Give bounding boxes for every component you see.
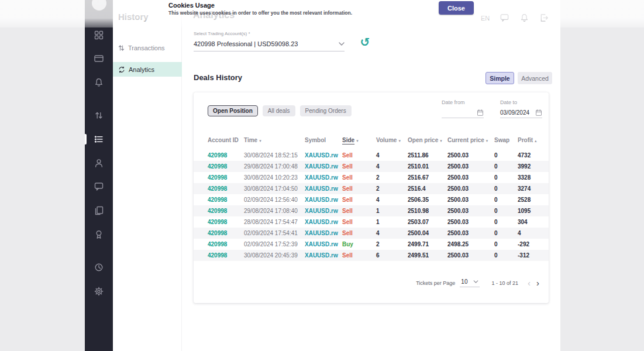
filter-tab-pending-orders[interactable]: Pending Orders (300, 105, 352, 116)
column-header-profit[interactable]: Profit▴ (518, 130, 549, 150)
time-clock-icon[interactable] (85, 260, 113, 274)
cell-profit: 1095 (518, 205, 549, 216)
partnership-badge-icon[interactable] (85, 228, 113, 242)
cookie-banner-title: Cookies Usage (168, 2, 215, 9)
deal-row[interactable]: 42099830/08/2024 17:04:50XAUUSD.rwSell22… (194, 183, 549, 194)
simple-mode-button[interactable]: Simple (485, 72, 514, 84)
cell-profit: 2528 (518, 194, 549, 205)
cell-current-price: 2500.03 (447, 228, 494, 239)
advanced-mode-button[interactable]: Advanced (518, 72, 552, 84)
cell-volume: 4 (376, 194, 408, 205)
filter-tab-open-position[interactable]: Open Position (208, 105, 258, 116)
chevron-down-icon (339, 42, 345, 46)
page-range: 1 - 10 of 21 (491, 280, 518, 286)
settings-gear-icon[interactable] (85, 284, 113, 298)
per-page-value: 10 (461, 278, 467, 285)
column-header-volume[interactable]: Volume▾ (376, 130, 408, 150)
notifications-bell-icon[interactable] (85, 75, 113, 90)
cell-side: Sell (342, 150, 376, 161)
column-header-symbol[interactable]: Symbol (305, 130, 342, 150)
per-page-label: Tickets per Page (416, 280, 455, 286)
cell-profit: 4732 (518, 150, 549, 161)
documents-icon[interactable] (85, 204, 113, 218)
deal-row[interactable]: 42099830/08/2024 10:20:23XAUUSD.rwSell22… (194, 172, 549, 183)
cell-open-price: 2506.35 (408, 194, 447, 205)
cell-profit: 3274 (518, 183, 549, 194)
cell-open-price: 2510.01 (408, 161, 447, 172)
cell-symbol: XAUUSD.rw (305, 161, 342, 172)
next-page-button[interactable]: › (536, 278, 539, 287)
date-to-field[interactable]: Date to 03/09/2024 (500, 99, 542, 118)
cell-side: Sell (342, 161, 376, 172)
cell-account-id: 420998 (194, 228, 244, 239)
column-header-account-id[interactable]: Account ID (194, 130, 244, 150)
cell-side: Sell (342, 250, 376, 261)
sort-up-icon: ▴ (535, 139, 537, 143)
history-list-icon[interactable] (85, 132, 113, 146)
cookie-close-button[interactable]: Close (439, 1, 474, 15)
date-from-label: Date from (442, 99, 484, 105)
column-header-time[interactable]: Time▾ (244, 130, 305, 150)
accounts-card-icon[interactable] (85, 51, 113, 66)
deal-row[interactable]: 42099830/08/2024 20:45:39XAUUSD.rwSell62… (194, 250, 549, 261)
cell-time: 28/08/2024 17:54:47 (244, 216, 305, 228)
app-window: History Transactions Analytics EN Analyt… (0, 0, 644, 351)
chat-icon[interactable] (85, 180, 113, 194)
column-header-side[interactable]: Side▾ (342, 130, 376, 150)
deal-row[interactable]: 42099802/09/2024 17:54:41XAUUSD.rwSell42… (194, 228, 549, 239)
deal-row[interactable]: 42099830/08/2024 18:52:15XAUUSD.rwSell42… (194, 150, 549, 161)
dashboard-icon[interactable] (85, 28, 113, 42)
column-header-open-price[interactable]: Open price▾ (408, 130, 447, 150)
calendar-icon[interactable] (535, 109, 542, 116)
cell-symbol: XAUUSD.rw (305, 205, 342, 216)
profile-icon[interactable] (85, 156, 113, 170)
cell-swap: 0 (494, 183, 518, 194)
deal-row[interactable]: 42099828/08/2024 17:54:47XAUUSD.rwSell12… (194, 216, 549, 228)
filter-tab-all-deals[interactable]: All deals (263, 105, 295, 116)
cell-symbol: XAUUSD.rw (305, 194, 342, 205)
previous-page-button[interactable]: ‹ (528, 278, 531, 287)
cell-account-id: 420998 (194, 161, 244, 172)
transfer-icon[interactable] (85, 108, 113, 122)
cell-account-id: 420998 (194, 150, 244, 161)
cell-current-price: 2500.03 (447, 172, 494, 183)
column-header-swap[interactable]: Swap (494, 130, 518, 150)
calendar-icon[interactable] (477, 109, 484, 116)
cell-symbol: XAUUSD.rw (305, 216, 342, 228)
deals-history-card: Open PositionAll dealsPending Orders Dat… (194, 92, 549, 303)
deal-row[interactable]: 42099802/09/2024 17:52:39XAUUSD.rwBuy224… (194, 239, 549, 250)
cell-swap: 0 (494, 150, 518, 161)
cell-account-id: 420998 (194, 194, 244, 205)
cell-swap: 0 (494, 228, 518, 239)
cell-swap: 0 (494, 216, 518, 228)
trading-account-select[interactable]: 420998 Professional | USD59098.23 (194, 36, 345, 51)
primary-sidebar (85, 0, 113, 351)
cell-swap: 0 (494, 205, 518, 216)
cell-current-price: 2500.03 (447, 150, 494, 161)
cell-time: 30/08/2024 17:04:50 (244, 183, 305, 194)
cell-current-price: 2500.03 (447, 216, 494, 228)
column-header-current-price[interactable]: Current price▾ (447, 130, 494, 150)
cell-current-price: 2500.03 (447, 250, 494, 261)
cookie-banner-message: This website uses cookies in order to of… (168, 10, 352, 16)
cell-side: Sell (342, 216, 376, 228)
cell-volume: 1 (376, 205, 408, 216)
refresh-button[interactable]: ↺ (357, 34, 373, 50)
per-page-select[interactable]: 10 (460, 278, 480, 287)
cell-symbol: XAUUSD.rw (305, 250, 342, 261)
table-body: 42099830/08/2024 18:52:15XAUUSD.rwSell42… (194, 150, 549, 261)
sidebar-item-transactions[interactable]: Transactions (113, 41, 182, 54)
deal-row[interactable]: 42099829/08/2024 17:00:48XAUUSD.rwSell42… (194, 161, 549, 172)
date-from-field[interactable]: Date from (442, 99, 484, 118)
deals-table: Account IDTime▾SymbolSide▾Volume▾Open pr… (194, 130, 549, 261)
sidebar-item-analytics[interactable]: Analytics (113, 62, 182, 77)
cell-time: 02/09/2024 12:56:40 (244, 194, 305, 205)
deal-row[interactable]: 42099829/08/2024 17:08:40XAUUSD.rwSell12… (194, 205, 549, 216)
cell-current-price: 2498.25 (447, 239, 494, 250)
sidebar-item-label: Analytics (129, 66, 154, 73)
chevron-down-icon (473, 280, 478, 283)
cell-volume: 4 (376, 150, 408, 161)
cell-current-price: 2500.03 (447, 205, 494, 216)
date-to-value: 03/09/2024 (500, 109, 529, 116)
deal-row[interactable]: 42099802/09/2024 12:56:40XAUUSD.rwSell42… (194, 194, 549, 205)
